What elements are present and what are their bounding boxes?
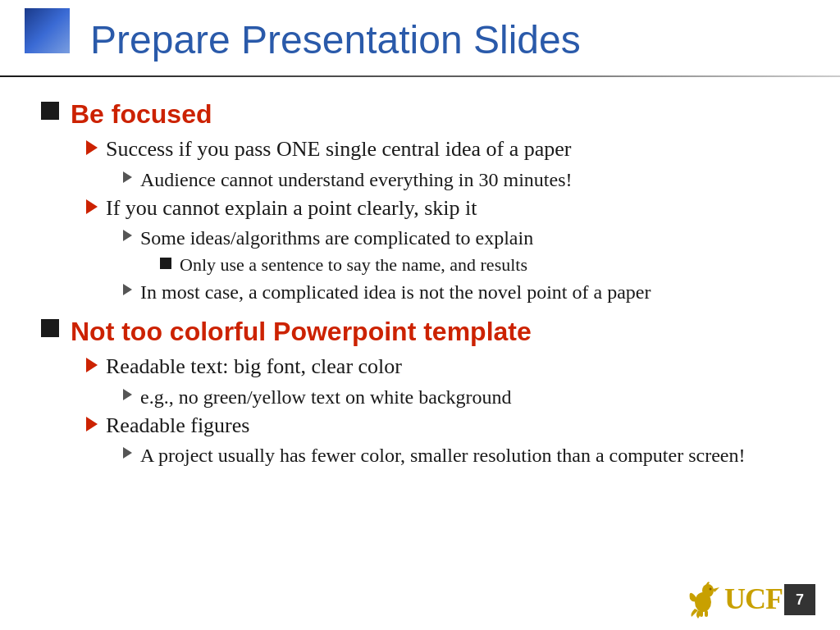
bullet-l3-text: e.g., no green/yellow text on white back… xyxy=(140,385,512,409)
header-divider xyxy=(0,75,840,77)
svg-point-3 xyxy=(710,588,712,591)
list-item: Be focused xyxy=(41,98,799,130)
bullet-l3-text: A project usually has fewer color, small… xyxy=(140,443,745,468)
list-item: Not too colorful Powerpoint template xyxy=(41,316,799,347)
list-item: Success if you pass ONE single central i… xyxy=(86,136,799,163)
slide-title: Prepare Presentation Slides xyxy=(33,15,807,71)
list-item: Readable figures xyxy=(86,413,799,440)
bullet-diamond-icon xyxy=(86,358,98,372)
list-item: In most case, a complicated idea is not … xyxy=(123,280,799,304)
list-item: e.g., no green/yellow text on white back… xyxy=(123,385,799,409)
ucf-logo-text: UCF xyxy=(724,582,783,616)
header-accent xyxy=(25,8,70,53)
list-item: If you cannot explain a point clearly, s… xyxy=(86,195,799,222)
page-number: 7 xyxy=(784,584,815,615)
bullet-l4-text: Only use a sentence to say the name, and… xyxy=(180,253,527,276)
bullet-square-icon xyxy=(41,102,59,120)
bullet-l1-text: Be focused xyxy=(71,98,212,130)
bullet-l3-text: Audience cannot understand everything in… xyxy=(140,167,573,192)
svg-point-1 xyxy=(702,584,714,597)
bullet-arrow-icon xyxy=(123,230,132,241)
svg-rect-5 xyxy=(705,610,708,617)
svg-marker-2 xyxy=(713,587,719,592)
list-item: Some ideas/algorithms are complicated to… xyxy=(123,226,799,250)
bullet-square-icon xyxy=(41,319,59,337)
bullet-l1-text: Not too colorful Powerpoint template xyxy=(71,316,532,347)
bullet-arrow-icon xyxy=(123,284,132,295)
list-item: Audience cannot understand everything in… xyxy=(123,167,799,192)
bullet-diamond-icon xyxy=(86,140,98,155)
bullet-l2-text: Success if you pass ONE single central i… xyxy=(106,136,571,163)
bullet-l2-text: If you cannot explain a point clearly, s… xyxy=(106,195,477,222)
slide: Prepare Presentation Slides Be focused S… xyxy=(0,0,840,630)
bullet-arrow-icon xyxy=(123,171,132,183)
bullet-l3-text: Some ideas/algorithms are complicated to… xyxy=(140,226,533,250)
bullet-arrow-icon xyxy=(123,447,132,459)
list-item: Only use a sentence to say the name, and… xyxy=(160,253,799,276)
svg-rect-4 xyxy=(700,610,703,617)
bullet-diamond-icon xyxy=(86,417,98,431)
bullet-diamond-icon xyxy=(86,199,98,214)
bullet-l2-text: Readable figures xyxy=(106,413,249,440)
list-item: Readable text: big font, clear color xyxy=(86,354,799,381)
ucf-knight-icon xyxy=(683,579,723,619)
bullet-l3-text: In most case, a complicated idea is not … xyxy=(140,280,651,304)
slide-content: Be focused Success if you pass ONE singl… xyxy=(0,85,840,479)
bullet-l2-text: Readable text: big font, clear color xyxy=(106,354,402,381)
ucf-logo: UCF xyxy=(683,579,783,619)
list-item: A project usually has fewer color, small… xyxy=(123,443,799,468)
bullet-square-small-icon xyxy=(160,258,171,269)
bullet-arrow-icon xyxy=(123,389,132,400)
slide-header: Prepare Presentation Slides xyxy=(0,0,840,77)
